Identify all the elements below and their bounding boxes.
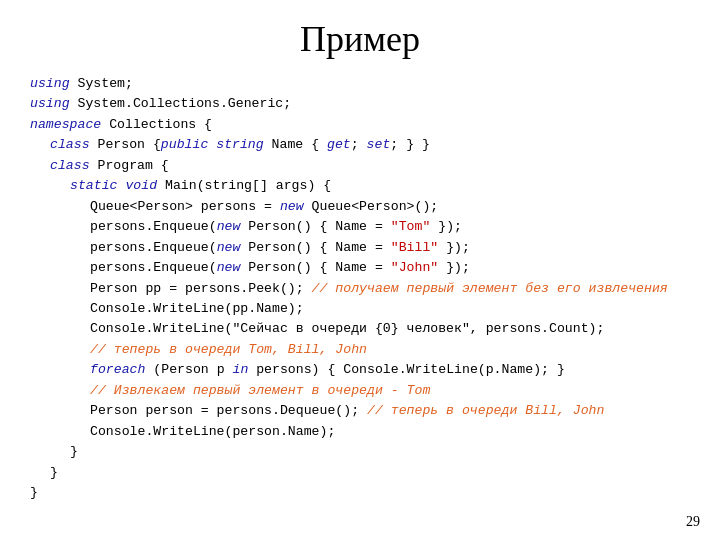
code-line-14: // теперь в очереди Tom, Bill, John: [30, 340, 720, 360]
code-line-8: persons.Enqueue(new Person() { Name = "T…: [30, 217, 720, 237]
code-line-11: Person pp = persons.Peek(); // получаем …: [30, 279, 720, 299]
code-text: Program {: [98, 158, 169, 173]
code-text: Name {: [264, 137, 327, 152]
comment-peek: // получаем первый элемент без его извле…: [312, 281, 668, 296]
code-line-13: Console.WriteLine("Сейчас в очереди {0} …: [30, 319, 720, 339]
code-line-9: persons.Enqueue(new Person() { Name = "B…: [30, 238, 720, 258]
code-line-2: using System.Collections.Generic;: [30, 94, 720, 114]
code-line-3: namespace Collections {: [30, 115, 720, 135]
code-line-16: // Извлекаем первый элемент в очереди - …: [30, 381, 720, 401]
code-line-1: using System;: [30, 74, 720, 94]
code-text: Queue<Person> persons =: [90, 199, 280, 214]
code-line-20: }: [30, 463, 720, 483]
keyword-class1: class: [50, 137, 90, 152]
code-line-12: Console.WriteLine(pp.Name);: [30, 299, 720, 319]
keyword-class2: class: [50, 158, 90, 173]
comment-after-dequeue: // теперь в очереди Bill, John: [367, 403, 604, 418]
keyword-namespace: namespace: [30, 117, 101, 132]
comment-extract: // Извлекаем первый элемент в очереди - …: [90, 383, 430, 398]
code-line-17: Person person = persons.Dequeue(); // те…: [30, 401, 720, 421]
keyword-static: static: [70, 178, 117, 193]
keyword-using2: using: [30, 96, 70, 111]
code-line-18: Console.WriteLine(person.Name);: [30, 422, 720, 442]
code-text: Main(string[] args) {: [165, 178, 331, 193]
code-line-21: }: [30, 483, 720, 503]
code-text: Collections {: [109, 117, 212, 132]
code-line-4: class Person {public string Name { get; …: [30, 135, 720, 155]
code-line-7: Queue<Person> persons = new Queue<Person…: [30, 197, 720, 217]
comment-queue-state: // теперь в очереди Tom, Bill, John: [90, 342, 367, 357]
page-title: Пример: [0, 0, 720, 70]
code-text: System.Collections.Generic;: [78, 96, 292, 111]
code-block: using System; using System.Collections.G…: [0, 70, 720, 504]
code-line-6: static void Main(string[] args) {: [30, 176, 720, 196]
page-number: 29: [686, 514, 700, 530]
code-text: Person {: [98, 137, 161, 152]
code-line-19: }: [30, 442, 720, 462]
keyword-void: void: [125, 178, 157, 193]
code-line-5: class Program {: [30, 156, 720, 176]
code-line-10: persons.Enqueue(new Person() { Name = "J…: [30, 258, 720, 278]
keyword-using: using: [30, 76, 70, 91]
code-line-15: foreach (Person p in persons) { Console.…: [30, 360, 720, 380]
code-text: System;: [78, 76, 133, 91]
